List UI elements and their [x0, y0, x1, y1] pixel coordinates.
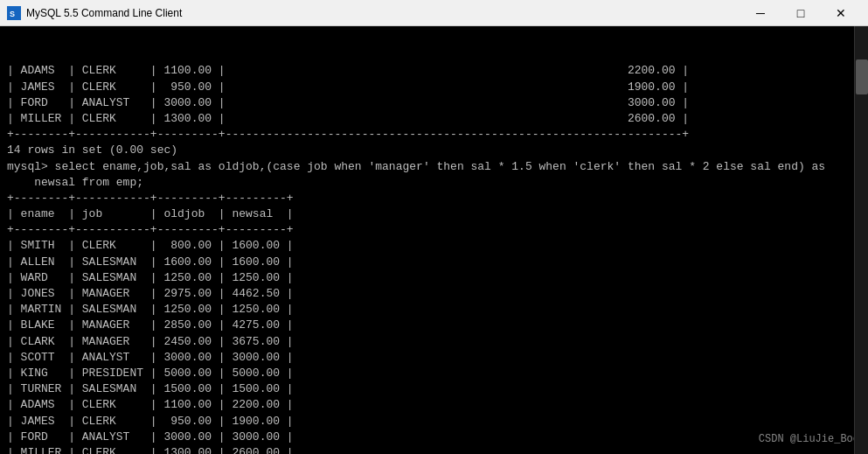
scrollbar-thumb[interactable] — [856, 59, 868, 94]
close-button[interactable]: ✕ — [821, 0, 861, 26]
terminal-line: | FORD | ANALYST | 3000.00 | 3000.00 | — [7, 430, 861, 445]
terminal-line: | MILLER | CLERK | 1300.00 | 2600.00 | — [7, 111, 861, 127]
terminal-line: newsal from emp; — [7, 175, 861, 191]
terminal-line: | FORD | ANALYST | 3000.00 | 3000.00 | — [7, 95, 861, 111]
terminal-line: | JAMES | CLERK | 950.00 | 1900.00 | — [7, 414, 861, 430]
terminal-line: +--------+-----------+---------+--------… — [7, 222, 861, 238]
terminal-line: | SCOTT | ANALYST | 3000.00 | 3000.00 | — [7, 350, 861, 366]
terminal-line: | JONES | MANAGER | 2975.00 | 4462.50 | — [7, 286, 861, 302]
terminal-line: | CLARK | MANAGER | 2450.00 | 3675.00 | — [7, 334, 861, 350]
window-controls: ─ □ ✕ — [740, 0, 861, 26]
terminal-line: | ALLEN | SALESMAN | 1600.00 | 1600.00 | — [7, 255, 861, 270]
terminal-line: | KING | PRESIDENT | 5000.00 | 5000.00 | — [7, 366, 861, 381]
terminal-line: +--------+-----------+---------+--------… — [7, 191, 861, 206]
minimize-button[interactable]: ─ — [740, 0, 781, 26]
terminal-output: | ADAMS | CLERK | 1100.00 | 2200.00 || J… — [7, 63, 861, 454]
terminal-line: +--------+-----------+---------+--------… — [7, 127, 861, 143]
title-bar: S MySQL 5.5 Command Line Client ─ □ ✕ — [0, 0, 868, 26]
terminal-line: | MARTIN | SALESMAN | 1250.00 | 1250.00 … — [7, 302, 861, 318]
window-title: MySQL 5.5 Command Line Client — [26, 7, 740, 19]
scrollbar[interactable] — [854, 26, 868, 454]
terminal-line: mysql> select ename,job,sal as oldjob,(c… — [7, 159, 861, 175]
terminal-line: | ADAMS | CLERK | 1100.00 | 2200.00 | — [7, 397, 861, 413]
terminal-line: | BLAKE | MANAGER | 2850.00 | 4275.00 | — [7, 318, 861, 333]
terminal-line: | MILLER | CLERK | 1300.00 | 2600.00 | — [7, 445, 861, 454]
watermark: CSDN @LiuJie_Boo — [759, 432, 859, 447]
terminal-line: | ename | job | oldjob | newsal | — [7, 206, 861, 222]
terminal-window[interactable]: | ADAMS | CLERK | 1100.00 | 2200.00 || J… — [0, 26, 868, 454]
terminal-line: | JAMES | CLERK | 950.00 | 1900.00 | — [7, 80, 861, 95]
app-icon: S — [7, 6, 21, 20]
maximize-button[interactable]: □ — [781, 0, 821, 26]
terminal-line: | TURNER | SALESMAN | 1500.00 | 1500.00 … — [7, 381, 861, 397]
svg-text:S: S — [10, 10, 15, 18]
terminal-line: | ADAMS | CLERK | 1100.00 | 2200.00 | — [7, 63, 861, 79]
terminal-line: | WARD | SALESMAN | 1250.00 | 1250.00 | — [7, 270, 861, 286]
terminal-line: | SMITH | CLERK | 800.00 | 1600.00 | — [7, 238, 861, 254]
terminal-line: 14 rows in set (0.00 sec) — [7, 143, 861, 158]
